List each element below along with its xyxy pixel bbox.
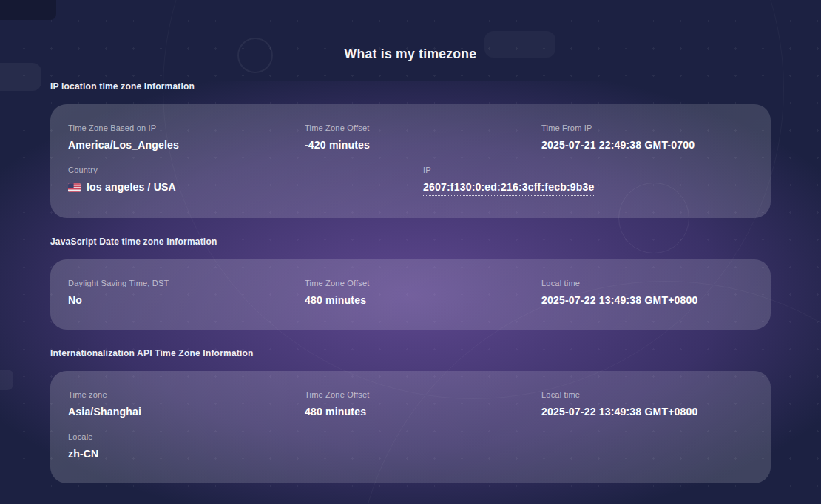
field-dst: Daylight Saving Time, DST No <box>68 279 305 307</box>
field-locale: Locale zh-CN <box>68 432 753 461</box>
section-heading-ip-location: IP location time zone information <box>50 81 771 92</box>
field-label: Time From IP <box>541 123 753 133</box>
field-ip-address: IP 2607:f130:0:ed:216:3cff:fecb:9b3e <box>423 166 753 196</box>
field-intl-timezone: Time zone Asia/Shanghai <box>68 390 305 419</box>
field-label: IP <box>423 166 753 175</box>
field-label: Country <box>68 166 423 175</box>
field-label: Local time <box>541 279 753 288</box>
field-intl-local-time: Local time 2025-07-22 13:49:38 GMT+0800 <box>541 390 753 419</box>
field-label: Time zone <box>68 390 305 400</box>
field-js-local-time: Local time 2025-07-22 13:49:38 GMT+0800 <box>541 279 753 307</box>
field-value: -420 minutes <box>305 138 541 152</box>
page-title: What is my timezone <box>0 0 821 63</box>
field-label: Time Zone Offset <box>305 390 541 400</box>
field-value: Asia/Shanghai <box>68 405 305 419</box>
field-country: Country los angeles / USA <box>68 166 423 196</box>
section-heading-js-date: JavaScript Date time zone information <box>50 236 771 248</box>
card-js-date: Daylight Saving Time, DST No Time Zone O… <box>50 259 771 330</box>
field-value: 480 minutes <box>305 293 541 307</box>
field-ip-timezone-offset: Time Zone Offset -420 minutes <box>305 123 541 152</box>
field-value: America/Los_Angeles <box>68 138 305 152</box>
field-label: Time Zone Offset <box>305 279 541 288</box>
field-label: Locale <box>68 432 753 442</box>
field-label: Daylight Saving Time, DST <box>68 279 305 288</box>
section-heading-intl-api: Internationalization API Time Zone Infor… <box>50 347 771 359</box>
field-value: 2025-07-22 13:49:38 GMT+0800 <box>541 405 753 419</box>
field-timezone-based-on-ip: Time Zone Based on IP America/Los_Angele… <box>68 123 305 152</box>
field-intl-timezone-offset: Time Zone Offset 480 minutes <box>305 390 541 419</box>
decor-rect <box>0 370 13 390</box>
field-label: Time Zone Based on IP <box>68 123 305 133</box>
country-value: los angeles / USA <box>87 180 176 194</box>
field-time-from-ip: Time From IP 2025-07-21 22:49:38 GMT-070… <box>541 123 753 152</box>
field-value: 480 minutes <box>305 405 541 419</box>
field-label: Local time <box>541 390 753 400</box>
decor-rect <box>0 63 41 91</box>
field-value: 2025-07-21 22:49:38 GMT-0700 <box>541 138 753 152</box>
card-intl-api: Time zone Asia/Shanghai Time Zone Offset… <box>50 371 771 483</box>
field-label: Time Zone Offset <box>305 123 541 133</box>
field-js-timezone-offset: Time Zone Offset 480 minutes <box>305 279 541 307</box>
us-flag-icon <box>68 183 81 192</box>
ip-address-link[interactable]: 2607:f130:0:ed:216:3cff:fecb:9b3e <box>423 180 594 196</box>
field-value: No <box>68 293 305 307</box>
card-ip-location: Time Zone Based on IP America/Los_Angele… <box>50 104 771 218</box>
field-value: zh-CN <box>68 447 753 461</box>
field-value: 2025-07-22 13:49:38 GMT+0800 <box>541 293 753 307</box>
main-content: IP location time zone information Time Z… <box>50 81 771 483</box>
